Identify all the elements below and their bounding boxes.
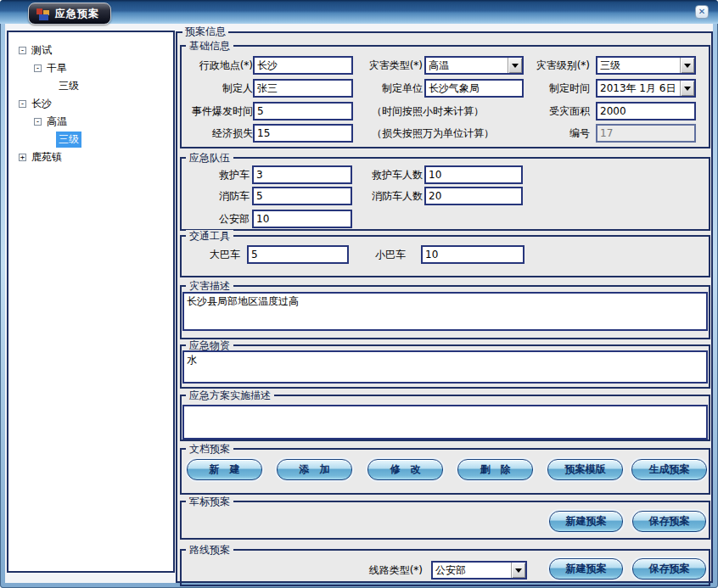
group-title: 应急方案实施描述 [186, 389, 274, 401]
tree-node-label[interactable]: 三级 [56, 78, 81, 94]
modify-button[interactable]: 修 改 [367, 459, 443, 480]
admin-location-label: 行政地点(*) [183, 56, 253, 75]
tree-node-label[interactable]: 长沙 [29, 96, 54, 112]
tree-collapse-icon[interactable]: - [34, 118, 42, 126]
big-bus-input[interactable] [247, 245, 349, 264]
tree-node-changsha[interactable]: - 长沙 [8, 95, 173, 113]
military-save-plan-button[interactable]: 保存预案 [632, 511, 706, 532]
group-disaster-desc: 灾害描述 长沙县局部地区温度过高 [180, 285, 710, 339]
implementation-textarea[interactable] [182, 405, 708, 440]
disaster-level-label: 灾害级别(*) [524, 56, 590, 75]
ambulance-input[interactable] [252, 165, 352, 184]
group-military-plan: 军标预案 新建预案 保存预案 [180, 501, 710, 540]
group-title: 路线预案 [186, 544, 233, 556]
group-title: 基础信息 [186, 40, 233, 52]
supplies-textarea[interactable]: 水 [182, 350, 708, 384]
route-save-plan-button[interactable]: 保存预案 [632, 558, 706, 580]
serial-number-label: 编号 [524, 124, 590, 143]
make-time-value: 2013年 1月 6日 [597, 81, 680, 96]
window-title: 应急预案 [55, 7, 99, 21]
line-type-select[interactable]: 公安部 [431, 561, 527, 580]
tree-node-label[interactable]: 鹿苑镇 [29, 149, 65, 165]
close-button[interactable]: ✕ [695, 5, 709, 19]
tree-collapse-icon[interactable]: - [19, 100, 26, 108]
plan-template-button[interactable]: 预案模版 [547, 459, 623, 480]
admin-location-input[interactable] [253, 56, 353, 75]
tree-expand-icon[interactable]: + [19, 154, 26, 161]
tree-node-sanji-2-selected[interactable]: 三级 [8, 131, 173, 148]
title-tab[interactable]: 应急预案 [28, 3, 111, 25]
group-supplies: 应急物资 水 [180, 344, 710, 389]
chevron-down-icon[interactable] [680, 81, 694, 96]
line-type-value: 公安部 [433, 563, 511, 578]
group-title: 军标预案 [186, 496, 233, 507]
outbreak-time-input[interactable] [253, 102, 353, 120]
fire-truck-input[interactable] [252, 187, 352, 205]
plan-info-panel: 预案信息 基础信息 行政地点(*) 灾害类型(*) 高温 灾害级别(*) 三级 … [176, 25, 713, 583]
serial-number-input [596, 124, 696, 143]
police-input[interactable] [252, 210, 352, 228]
tree-node-label[interactable]: 高温 [44, 114, 70, 130]
tree-node-ganhan[interactable]: - 干旱 [8, 59, 173, 77]
close-icon: ✕ [698, 8, 705, 16]
police-label: 公安部 [183, 210, 250, 228]
tree-node-gaowen[interactable]: - 高温 [8, 113, 173, 131]
small-bus-input[interactable] [421, 245, 524, 264]
outbreak-time-label: 事件爆发时间 [183, 102, 253, 120]
tree-node-label-selected[interactable]: 三级 [56, 132, 81, 148]
ambulance-label: 救护车 [183, 165, 250, 184]
disaster-level-value: 三级 [597, 58, 680, 73]
military-new-plan-button[interactable]: 新建预案 [549, 511, 623, 532]
chevron-down-icon[interactable] [508, 58, 522, 73]
panel-title: 预案信息 [182, 25, 228, 37]
tree-node-label[interactable]: 测试 [29, 42, 54, 59]
maker-input[interactable] [253, 79, 353, 98]
group-route-plan: 路线预案 线路类型(*) 公安部 新建预案 保存预案 [180, 549, 710, 586]
delete-button[interactable]: 删 除 [457, 459, 533, 480]
maker-label: 制定人 [183, 79, 253, 98]
chevron-down-icon[interactable] [680, 58, 694, 73]
group-transport: 交通工具 大巴车 小巴车 [180, 235, 710, 277]
client-area: - 测试 - 干旱 三级 - 长沙 - 高温 [5, 24, 713, 583]
disaster-type-select[interactable]: 高温 [424, 56, 524, 75]
tree-content: - 测试 - 干旱 三级 - 长沙 - 高温 [8, 32, 173, 166]
disaster-level-select[interactable]: 三级 [596, 56, 696, 75]
ambulance-staff-label: 救护车人数 [350, 165, 423, 184]
maker-unit-input[interactable] [424, 79, 524, 98]
group-doc-plan: 文档预案 新 建 添 加 修 改 删 除 预案模版 生成预案 [180, 448, 710, 495]
titlebar: 应急预案 ✕ [0, 0, 718, 24]
affected-area-label: 受灾面积 [524, 102, 590, 120]
group-title: 应急队伍 [186, 152, 233, 164]
group-implementation: 应急方案实施描述 [180, 395, 710, 441]
affected-area-input[interactable] [596, 102, 696, 120]
disaster-type-label: 灾害类型(*) [350, 56, 423, 75]
group-title: 灾害描述 [186, 280, 233, 292]
tree-node-sanji-1[interactable]: 三级 [8, 77, 173, 95]
tree-collapse-icon[interactable]: - [19, 47, 26, 54]
group-title: 应急物资 [186, 339, 233, 351]
maker-unit-label: 制定单位 [350, 79, 423, 98]
app-window: 应急预案 ✕ - 测试 - 干旱 三级 - [0, 0, 718, 588]
fire-truck-label: 消防车 [183, 187, 250, 205]
loss-hint: （损失按照万为单位计算） [372, 124, 533, 143]
ambulance-staff-input[interactable] [424, 165, 523, 184]
route-new-plan-button[interactable]: 新建预案 [549, 558, 623, 580]
make-time-picker[interactable]: 2013年 1月 6日 [596, 79, 696, 98]
disaster-desc-textarea[interactable]: 长沙县局部地区温度过高 [182, 292, 708, 331]
fire-truck-staff-input[interactable] [424, 187, 523, 205]
tree-collapse-icon[interactable]: - [34, 64, 42, 72]
add-button[interactable]: 添 加 [277, 459, 352, 480]
generate-plan-button[interactable]: 生成预案 [631, 459, 707, 480]
group-basic-info: 基础信息 行政地点(*) 灾害类型(*) 高温 灾害级别(*) 三级 制定人 制… [180, 45, 710, 148]
tree-node-ceshi[interactable]: - 测试 [8, 42, 173, 59]
plan-tree: - 测试 - 干旱 三级 - 长沙 - 高温 [7, 31, 175, 573]
group-title: 交通工具 [186, 230, 233, 242]
tree-node-label[interactable]: 干旱 [44, 60, 70, 76]
chevron-down-icon[interactable] [511, 563, 525, 578]
economic-loss-input[interactable] [253, 124, 353, 143]
time-hint: （时间按照小时来计算） [372, 102, 524, 120]
economic-loss-label: 经济损失 [183, 124, 253, 143]
tree-node-luyuanzhen[interactable]: + 鹿苑镇 [8, 148, 173, 166]
new-button[interactable]: 新 建 [187, 459, 262, 480]
app-icon [36, 8, 50, 20]
